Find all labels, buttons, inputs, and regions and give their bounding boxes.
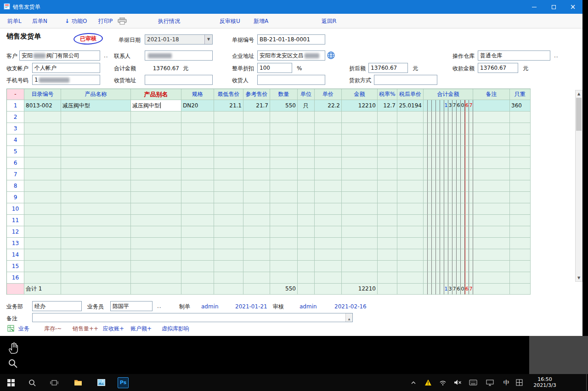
cell[interactable] — [131, 146, 181, 157]
cell[interactable] — [214, 249, 243, 261]
customer-lookup-button[interactable]: .. — [104, 50, 108, 61]
row-number[interactable]: 9 — [7, 192, 24, 203]
zoom-tool-icon[interactable] — [7, 358, 18, 370]
show-desktop-button[interactable] — [586, 374, 588, 391]
cell[interactable] — [397, 192, 424, 203]
calendar-dropdown-icon[interactable]: ▼ — [204, 35, 212, 44]
cell[interactable] — [131, 238, 181, 249]
cell[interactable] — [378, 215, 397, 226]
cell[interactable] — [131, 261, 181, 272]
cell[interactable] — [473, 157, 510, 169]
cell[interactable] — [243, 249, 270, 261]
start-button[interactable] — [4, 374, 18, 391]
cell[interactable] — [24, 238, 61, 249]
row-number[interactable]: 4 — [7, 134, 24, 146]
cell[interactable] — [315, 134, 342, 146]
cell[interactable] — [61, 157, 131, 169]
cell[interactable] — [24, 261, 61, 272]
cell[interactable] — [243, 169, 270, 180]
received-field[interactable]: 13760.67 — [478, 63, 518, 73]
doc-date-field[interactable]: 2021-01-18 ▼ — [145, 34, 213, 45]
prev-doc-button[interactable]: 前单L — [7, 14, 22, 28]
cell[interactable] — [61, 112, 131, 123]
tray-display-icon[interactable] — [482, 374, 497, 391]
row-number[interactable]: 10 — [7, 203, 24, 215]
cell[interactable] — [397, 272, 424, 284]
cell[interactable] — [24, 123, 61, 134]
cell[interactable] — [342, 238, 378, 249]
cell[interactable] — [510, 249, 531, 261]
cell[interactable] — [214, 146, 243, 157]
cell[interactable] — [473, 272, 510, 284]
cell[interactable] — [181, 203, 214, 215]
cell[interactable] — [378, 203, 397, 215]
cell[interactable] — [473, 203, 510, 215]
cell[interactable] — [61, 249, 131, 261]
cell[interactable] — [298, 169, 315, 180]
cell[interactable] — [214, 192, 243, 203]
cell[interactable] — [243, 261, 270, 272]
cell[interactable] — [510, 272, 531, 284]
cell[interactable] — [270, 226, 298, 238]
cell[interactable] — [298, 203, 315, 215]
tab-receivable[interactable]: 应收账+ — [103, 324, 124, 334]
tray-volume-muted-icon[interactable] — [450, 374, 465, 391]
tray-chevron-up-icon[interactable] — [406, 374, 421, 391]
cell[interactable] — [270, 192, 298, 203]
cell[interactable] — [342, 261, 378, 272]
cell[interactable] — [181, 261, 214, 272]
row-number[interactable]: 16 — [7, 272, 24, 284]
cell[interactable]: 21.1 — [214, 100, 243, 112]
cell[interactable] — [397, 249, 424, 261]
tray-network-icon[interactable] — [435, 374, 450, 391]
cell[interactable] — [342, 226, 378, 238]
tab-account-balance[interactable]: 账户额+ — [130, 324, 152, 334]
cell[interactable] — [342, 169, 378, 180]
cell[interactable] — [510, 203, 531, 215]
cell[interactable] — [243, 112, 270, 123]
remark-scrollbar[interactable]: ▲▼ — [345, 313, 352, 322]
spreadsheet-icon[interactable] — [7, 325, 14, 333]
cell[interactable] — [298, 180, 315, 192]
cell[interactable] — [473, 249, 510, 261]
cell[interactable] — [298, 157, 315, 169]
tray-warning-icon[interactable] — [421, 374, 435, 391]
cell[interactable] — [181, 249, 214, 261]
row-number[interactable]: 5 — [7, 146, 24, 157]
cell[interactable] — [270, 203, 298, 215]
cell[interactable] — [342, 146, 378, 157]
row-number[interactable]: 3 — [7, 123, 24, 134]
cell[interactable]: 减压阀中型 — [61, 100, 131, 112]
scroll-down-icon[interactable]: ▼ — [576, 274, 582, 281]
cell[interactable] — [24, 192, 61, 203]
cell[interactable] — [315, 261, 342, 272]
cell[interactable] — [131, 226, 181, 238]
cell[interactable] — [24, 157, 61, 169]
cell[interactable] — [342, 134, 378, 146]
cell[interactable] — [24, 180, 61, 192]
cell[interactable]: 12210 — [342, 100, 378, 112]
cell[interactable] — [243, 134, 270, 146]
cell[interactable] — [397, 261, 424, 272]
cell[interactable] — [270, 134, 298, 146]
cell[interactable] — [131, 215, 181, 226]
cell[interactable] — [214, 123, 243, 134]
cell[interactable] — [378, 261, 397, 272]
cell[interactable] — [473, 134, 510, 146]
cell[interactable] — [131, 192, 181, 203]
cell[interactable] — [342, 249, 378, 261]
company-address-field[interactable]: 安阳市龙安区文昌 — [257, 50, 325, 61]
maximize-button[interactable] — [544, 0, 563, 14]
tray-input-grid-icon[interactable] — [512, 374, 526, 391]
cell[interactable] — [214, 169, 243, 180]
cell[interactable] — [378, 157, 397, 169]
row-number[interactable]: 13 — [7, 238, 24, 249]
cell[interactable] — [342, 272, 378, 284]
minimize-button[interactable] — [525, 0, 544, 14]
cell[interactable] — [61, 192, 131, 203]
return-button[interactable]: 返回R — [322, 14, 336, 28]
dept-field[interactable]: 经办 — [32, 301, 82, 311]
cell[interactable] — [181, 123, 214, 134]
cell[interactable] — [510, 157, 531, 169]
cell[interactable] — [24, 112, 61, 123]
